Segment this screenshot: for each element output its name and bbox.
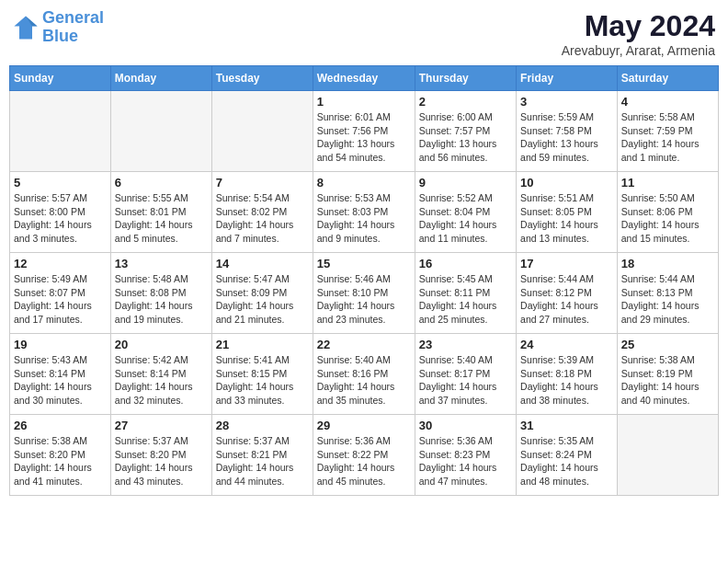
logo: General Blue [13, 9, 104, 46]
day-number: 5 [14, 176, 107, 190]
day-number: 4 [621, 95, 714, 109]
day-number: 30 [419, 419, 512, 432]
logo-icon [13, 15, 39, 40]
calendar-cell: 25Sunrise: 5:38 AMSunset: 8:19 PMDayligh… [617, 334, 718, 415]
page-header: General Blue May 2024 Arevabuyr, Ararat,… [9, 9, 719, 58]
day-info: Sunrise: 5:43 AMSunset: 8:14 PMDaylight:… [14, 353, 107, 408]
calendar-cell: 17Sunrise: 5:44 AMSunset: 8:12 PMDayligh… [517, 253, 618, 334]
calendar-cell: 3Sunrise: 5:59 AMSunset: 7:58 PMDaylight… [517, 91, 618, 172]
day-number: 15 [317, 257, 411, 270]
day-number: 31 [520, 419, 613, 432]
calendar-cell: 2Sunrise: 6:00 AMSunset: 7:57 PMDaylight… [415, 91, 516, 172]
weekday-header: Sunday [10, 66, 111, 91]
day-number: 19 [14, 338, 107, 351]
calendar-cell: 6Sunrise: 5:55 AMSunset: 8:01 PMDaylight… [110, 172, 211, 253]
day-info: Sunrise: 5:39 AMSunset: 8:18 PMDaylight:… [520, 353, 613, 408]
day-info: Sunrise: 5:37 AMSunset: 8:20 PMDaylight:… [115, 434, 208, 488]
calendar-cell [110, 91, 211, 172]
day-info: Sunrise: 5:45 AMSunset: 8:11 PMDaylight:… [419, 272, 512, 327]
calendar-cell: 26Sunrise: 5:38 AMSunset: 8:20 PMDayligh… [10, 415, 111, 496]
day-number: 6 [115, 176, 208, 190]
calendar-cell: 18Sunrise: 5:44 AMSunset: 8:13 PMDayligh… [617, 253, 718, 334]
day-info: Sunrise: 5:40 AMSunset: 8:16 PMDaylight:… [317, 353, 411, 408]
day-info: Sunrise: 6:00 AMSunset: 7:57 PMDaylight:… [419, 110, 512, 165]
calendar-cell: 13Sunrise: 5:48 AMSunset: 8:08 PMDayligh… [110, 253, 211, 334]
day-info: Sunrise: 5:44 AMSunset: 8:12 PMDaylight:… [520, 272, 613, 327]
calendar-cell: 7Sunrise: 5:54 AMSunset: 8:02 PMDaylight… [211, 172, 313, 253]
calendar-cell: 28Sunrise: 5:37 AMSunset: 8:21 PMDayligh… [211, 415, 313, 496]
day-info: Sunrise: 5:36 AMSunset: 8:22 PMDaylight:… [317, 434, 411, 488]
day-info: Sunrise: 5:46 AMSunset: 8:10 PMDaylight:… [317, 272, 411, 327]
day-number: 1 [317, 95, 411, 109]
day-info: Sunrise: 5:40 AMSunset: 8:17 PMDaylight:… [419, 353, 512, 408]
day-number: 23 [419, 338, 512, 351]
calendar-cell [617, 415, 718, 496]
calendar-cell: 16Sunrise: 5:45 AMSunset: 8:11 PMDayligh… [415, 253, 516, 334]
day-info: Sunrise: 5:54 AMSunset: 8:02 PMDaylight:… [216, 191, 309, 246]
location: Arevabuyr, Ararat, Armenia [562, 43, 715, 58]
calendar: SundayMondayTuesdayWednesdayThursdayFrid… [9, 65, 719, 496]
day-number: 22 [317, 338, 411, 351]
day-info: Sunrise: 5:35 AMSunset: 8:24 PMDaylight:… [520, 434, 613, 488]
weekday-header: Saturday [617, 66, 718, 91]
day-info: Sunrise: 5:38 AMSunset: 8:20 PMDaylight:… [14, 434, 107, 488]
day-info: Sunrise: 5:50 AMSunset: 8:06 PMDaylight:… [621, 191, 714, 246]
calendar-cell: 22Sunrise: 5:40 AMSunset: 8:16 PMDayligh… [313, 334, 415, 415]
weekday-header: Wednesday [313, 66, 415, 91]
calendar-cell: 1Sunrise: 6:01 AMSunset: 7:56 PMDaylight… [313, 91, 415, 172]
calendar-cell: 8Sunrise: 5:53 AMSunset: 8:03 PMDaylight… [313, 172, 415, 253]
logo-text: General Blue [42, 9, 104, 46]
week-row: 26Sunrise: 5:38 AMSunset: 8:20 PMDayligh… [10, 415, 719, 496]
day-info: Sunrise: 5:57 AMSunset: 8:00 PMDaylight:… [14, 191, 107, 246]
day-info: Sunrise: 5:51 AMSunset: 8:05 PMDaylight:… [520, 191, 613, 246]
day-info: Sunrise: 5:41 AMSunset: 8:15 PMDaylight:… [216, 353, 309, 408]
weekday-header: Monday [110, 66, 211, 91]
weekday-header: Friday [517, 66, 618, 91]
day-number: 20 [115, 338, 208, 351]
day-number: 11 [621, 176, 714, 190]
day-number: 29 [317, 419, 411, 432]
calendar-cell: 15Sunrise: 5:46 AMSunset: 8:10 PMDayligh… [313, 253, 415, 334]
week-row: 19Sunrise: 5:43 AMSunset: 8:14 PMDayligh… [10, 334, 719, 415]
calendar-cell: 19Sunrise: 5:43 AMSunset: 8:14 PMDayligh… [10, 334, 111, 415]
day-info: Sunrise: 5:58 AMSunset: 7:59 PMDaylight:… [621, 110, 714, 165]
day-number: 9 [419, 176, 512, 190]
day-number: 25 [621, 338, 714, 351]
day-number: 26 [14, 419, 107, 432]
weekday-header: Tuesday [211, 66, 313, 91]
day-info: Sunrise: 5:49 AMSunset: 8:07 PMDaylight:… [14, 272, 107, 327]
day-info: Sunrise: 5:37 AMSunset: 8:21 PMDaylight:… [216, 434, 309, 488]
weekday-header: Thursday [415, 66, 516, 91]
day-info: Sunrise: 5:53 AMSunset: 8:03 PMDaylight:… [317, 191, 411, 246]
day-info: Sunrise: 5:42 AMSunset: 8:14 PMDaylight:… [115, 353, 208, 408]
calendar-cell: 9Sunrise: 5:52 AMSunset: 8:04 PMDaylight… [415, 172, 516, 253]
day-info: Sunrise: 5:59 AMSunset: 7:58 PMDaylight:… [520, 110, 613, 165]
calendar-cell: 21Sunrise: 5:41 AMSunset: 8:15 PMDayligh… [211, 334, 313, 415]
title-block: May 2024 Arevabuyr, Ararat, Armenia [562, 9, 715, 58]
day-number: 10 [520, 176, 613, 190]
calendar-cell: 12Sunrise: 5:49 AMSunset: 8:07 PMDayligh… [10, 253, 111, 334]
calendar-cell: 5Sunrise: 5:57 AMSunset: 8:00 PMDaylight… [10, 172, 111, 253]
day-number: 16 [419, 257, 512, 270]
day-number: 21 [216, 338, 309, 351]
day-number: 12 [14, 257, 107, 270]
calendar-cell: 24Sunrise: 5:39 AMSunset: 8:18 PMDayligh… [517, 334, 618, 415]
calendar-cell: 4Sunrise: 5:58 AMSunset: 7:59 PMDaylight… [617, 91, 718, 172]
calendar-cell: 27Sunrise: 5:37 AMSunset: 8:20 PMDayligh… [110, 415, 211, 496]
day-number: 18 [621, 257, 714, 270]
day-number: 14 [216, 257, 309, 270]
svg-marker-0 [14, 16, 37, 39]
day-number: 27 [115, 419, 208, 432]
calendar-cell [10, 91, 111, 172]
calendar-cell: 23Sunrise: 5:40 AMSunset: 8:17 PMDayligh… [415, 334, 516, 415]
calendar-cell: 30Sunrise: 5:36 AMSunset: 8:23 PMDayligh… [415, 415, 516, 496]
day-info: Sunrise: 5:36 AMSunset: 8:23 PMDaylight:… [419, 434, 512, 488]
month-year: May 2024 [562, 9, 715, 43]
calendar-cell: 11Sunrise: 5:50 AMSunset: 8:06 PMDayligh… [617, 172, 718, 253]
calendar-cell: 20Sunrise: 5:42 AMSunset: 8:14 PMDayligh… [110, 334, 211, 415]
day-number: 17 [520, 257, 613, 270]
week-row: 1Sunrise: 6:01 AMSunset: 7:56 PMDaylight… [10, 91, 719, 172]
calendar-cell: 14Sunrise: 5:47 AMSunset: 8:09 PMDayligh… [211, 253, 313, 334]
weekday-header-row: SundayMondayTuesdayWednesdayThursdayFrid… [10, 66, 719, 91]
day-info: Sunrise: 5:55 AMSunset: 8:01 PMDaylight:… [115, 191, 208, 246]
